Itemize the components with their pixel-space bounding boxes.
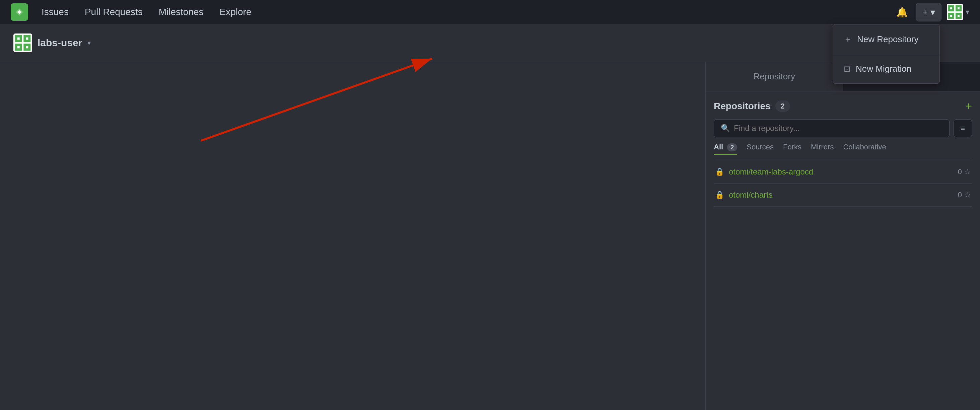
- filter-tab-collaborative[interactable]: Collaborative: [843, 143, 886, 155]
- svg-rect-7: [958, 7, 959, 10]
- svg-rect-17: [18, 46, 20, 48]
- user-chevron-icon: ▾: [966, 8, 969, 16]
- bell-icon: 🔔: [896, 7, 908, 18]
- navbar-right: 🔔 + ▾ ▾: [894, 3, 969, 21]
- filter-tab-sources[interactable]: Sources: [746, 143, 774, 155]
- repos-title: Repositories 2: [714, 100, 790, 112]
- repos-title-text: Repositories: [714, 101, 771, 111]
- star-icon: ☆: [964, 167, 970, 176]
- search-input-wrap: 🔍: [714, 119, 950, 137]
- table-row: 🔒 otomi/charts 0 ☆: [714, 184, 972, 207]
- search-bar: 🔍 ≡: [714, 119, 972, 137]
- star-icon: ☆: [964, 191, 970, 199]
- svg-rect-8: [950, 15, 952, 17]
- plus-circle-icon: ＋: [844, 34, 852, 44]
- repos-add-button[interactable]: +: [965, 100, 972, 113]
- table-row: 🔒 otomi/team-labs-argocd 0 ☆: [714, 161, 972, 184]
- all-count-badge: 2: [727, 143, 737, 151]
- repo-list: 🔒 otomi/team-labs-argocd 0 ☆ 🔒 otomi/cha…: [714, 161, 972, 207]
- repo-stars: 0 ☆: [958, 167, 970, 176]
- filter-tabs: All 2 Sources Forks Mirrors Collaborativ…: [714, 143, 972, 159]
- star-count: 0: [958, 191, 962, 199]
- left-panel: [0, 62, 705, 410]
- main-nav: Issues Pull Requests Milestones Explore: [41, 7, 880, 17]
- repos-header: Repositories 2 +: [714, 100, 972, 113]
- filter-tab-mirrors[interactable]: Mirrors: [811, 143, 834, 155]
- new-repository-item[interactable]: ＋ New Repository: [833, 24, 939, 54]
- new-repository-label: New Repository: [857, 34, 919, 44]
- filter-icon: ≡: [961, 124, 965, 132]
- repo-link[interactable]: otomi/team-labs-argocd: [729, 167, 953, 176]
- search-icon: 🔍: [721, 124, 730, 133]
- svg-rect-15: [18, 38, 20, 40]
- nav-issues[interactable]: Issues: [41, 7, 68, 17]
- main-content: Repository Organization Repositories 2 +…: [0, 62, 980, 410]
- star-count: 0: [958, 167, 962, 176]
- filter-tab-forks[interactable]: Forks: [783, 143, 802, 155]
- nav-pull-requests[interactable]: Pull Requests: [85, 7, 143, 17]
- filter-button[interactable]: ≡: [953, 119, 972, 137]
- svg-rect-16: [26, 38, 28, 40]
- username-label: labs-user: [38, 37, 82, 49]
- create-dropdown-button[interactable]: + ▾: [916, 3, 942, 21]
- repo-stars: 0 ☆: [958, 191, 970, 199]
- repos-section: Repositories 2 + 🔍 ≡ All 2: [706, 91, 980, 212]
- right-panel: Repository Organization Repositories 2 +…: [705, 62, 980, 410]
- lock-icon: 🔒: [715, 191, 724, 199]
- user-avatar-button[interactable]: ▾: [947, 4, 969, 20]
- nav-explore[interactable]: Explore: [220, 7, 251, 17]
- svg-rect-6: [950, 7, 952, 10]
- dropdown-chevron-icon: ▾: [931, 7, 935, 18]
- migration-icon: ⊡: [844, 64, 850, 74]
- create-dropdown-menu: ＋ New Repository ⊡ New Migration: [833, 24, 940, 84]
- nav-milestones[interactable]: Milestones: [159, 7, 204, 17]
- svg-rect-9: [958, 15, 959, 17]
- new-migration-item[interactable]: ⊡ New Migration: [833, 54, 939, 83]
- filter-tab-all[interactable]: All 2: [714, 143, 737, 155]
- search-input[interactable]: [734, 124, 942, 133]
- username-caret-icon[interactable]: ▾: [88, 39, 91, 47]
- repos-count-badge: 2: [775, 100, 790, 112]
- tab-repository[interactable]: Repository: [706, 62, 843, 91]
- navbar: Issues Pull Requests Milestones Explore …: [0, 0, 980, 24]
- user-sub-avatar: [13, 33, 32, 52]
- lock-icon: 🔒: [715, 167, 724, 176]
- avatar: [947, 4, 963, 20]
- svg-rect-18: [26, 46, 28, 48]
- repo-link[interactable]: otomi/charts: [729, 190, 953, 200]
- plus-icon: +: [923, 7, 928, 17]
- notifications-button[interactable]: 🔔: [894, 4, 911, 21]
- new-migration-label: New Migration: [856, 64, 912, 74]
- logo[interactable]: [11, 3, 28, 21]
